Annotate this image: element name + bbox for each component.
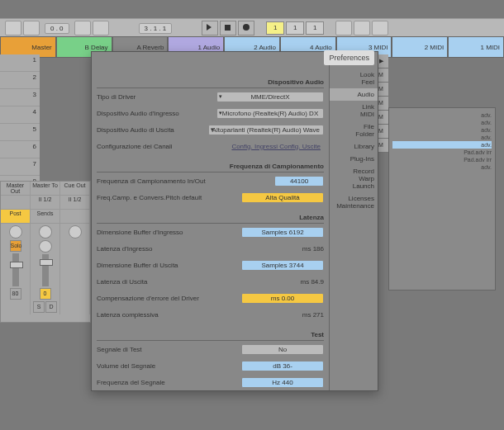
prefs-label: Segnale di Test: [97, 346, 142, 353]
prefs-tab[interactable]: RecordWarpLaunch: [330, 165, 378, 192]
prefs-value[interactable]: No: [241, 344, 324, 355]
stop-button[interactable]: [220, 21, 236, 35]
prefs-row: MME/DirectXTipo di Driver: [97, 88, 324, 105]
prefs-label: Frequenza del Segnale: [97, 379, 165, 386]
play-button[interactable]: [202, 21, 218, 35]
prefs-label: Dispositivo Audio d'Ingresso: [97, 110, 179, 117]
browser-item[interactable]: Pad.adv irr: [392, 156, 492, 163]
section-header: Test: [97, 329, 324, 341]
master-meter-value: 80: [10, 288, 21, 300]
solo-cue-button[interactable]: S: [33, 301, 45, 313]
prefs-value: 84.9 ms: [301, 278, 324, 286]
mixer-cell[interactable]: II 1/2: [60, 196, 90, 209]
loop-button[interactable]: [335, 21, 352, 35]
browser-item[interactable]: adv.: [392, 141, 492, 149]
prefs-value[interactable]: Altoparlanti (Realtek(R) Audio) Wave: [208, 125, 324, 135]
mixer-cell[interactable]: II 1/2: [31, 196, 60, 209]
prefs-label: Latenza d'Ingresso: [97, 245, 152, 253]
section-header: Frequenza di Campionamento: [97, 161, 324, 172]
prefs-value[interactable]: -36 dB: [241, 361, 324, 371]
scene-number[interactable]: 2: [0, 72, 40, 89]
mixer-cell[interactable]: [1, 196, 31, 209]
prefs-value[interactable]: Config. Ingressi Config. Uscite: [228, 142, 324, 151]
bar-segment[interactable]: 1: [266, 21, 284, 35]
prefs-row: 271 msLatenza complessiva: [97, 306, 324, 323]
scene-number[interactable]: 5: [0, 124, 40, 141]
browser-item[interactable]: adv.: [392, 134, 492, 141]
prefs-tab[interactable]: LicensesMaintenance: [330, 192, 378, 212]
master-fader[interactable]: [12, 253, 19, 286]
section-header: Latenza: [97, 212, 324, 224]
prefs-tab[interactable]: Plug-Ins: [330, 153, 378, 165]
prefs-row: 0.00 msCompensazione d'errore del Driver: [97, 290, 324, 306]
tap-button[interactable]: [74, 21, 91, 35]
preferences-tabs: LookFeelAudioLinkMIDIFileFolderLibraryPl…: [329, 52, 378, 390]
mixer-cell[interactable]: Master To: [31, 182, 60, 195]
mixer-sends-row: PostSends: [1, 210, 90, 224]
prefs-label: Dispositivo Audio di Uscita: [97, 126, 174, 134]
prefs-label: Latenza di Uscita: [97, 278, 147, 286]
prefs-value[interactable]: MME/DirectX: [216, 92, 324, 102]
browser-item[interactable]: adv.: [392, 119, 492, 126]
mixer-cell[interactable]: Cue Out: [60, 182, 90, 195]
cue-volume-knob[interactable]: [9, 225, 22, 239]
browser-item[interactable]: Pad.adv irr: [392, 149, 492, 156]
browser-panel: adv.adv.adv.adv.adv.Pad.adv irrPad.adv i…: [388, 107, 496, 291]
prefs-tab[interactable]: Audio: [330, 88, 378, 101]
mixer-cell[interactable]: Post: [1, 210, 31, 223]
scene-number[interactable]: 7: [0, 158, 40, 176]
pan-knob[interactable]: [69, 225, 82, 239]
return-fader[interactable]: [42, 254, 49, 286]
prefs-label: Configurazione dei Canali: [97, 143, 173, 150]
prefs-row: 186 msLatenza d'Ingresso: [97, 240, 324, 257]
prefs-row: 84.9 msLatenza di Uscita: [97, 273, 324, 290]
scene-number[interactable]: 3: [0, 89, 40, 106]
prefs-value[interactable]: 6192 Samples: [241, 227, 324, 238]
bar-segment[interactable]: 1: [306, 21, 324, 35]
browser-item[interactable]: adv.: [392, 111, 492, 119]
browser-item[interactable]: adv.: [392, 126, 492, 134]
scene-number[interactable]: 6: [0, 141, 40, 158]
tempo-display[interactable]: 0 . 0: [45, 23, 69, 34]
prefs-tab[interactable]: FileFolder: [330, 120, 378, 140]
track-header[interactable]: 2 MIDI: [392, 36, 448, 58]
prefs-tab[interactable]: LookFeel: [330, 69, 378, 88]
scene-number[interactable]: 4: [0, 106, 40, 124]
bar-segment[interactable]: 1: [286, 21, 304, 35]
prefs-value[interactable]: 44100: [274, 176, 324, 187]
track-activator-button[interactable]: 0: [40, 288, 51, 300]
nudge-up-button[interactable]: [23, 21, 40, 35]
loop-controls: [335, 21, 388, 35]
metronome-button[interactable]: [93, 21, 109, 35]
mixer-track-column: [60, 224, 90, 314]
scene-number[interactable]: 1: [0, 54, 40, 72]
scene-numbers: 12345678: [0, 54, 40, 193]
record-button[interactable]: [238, 21, 254, 35]
mixer-cell[interactable]: Sends: [31, 210, 60, 223]
prefs-value[interactable]: 440 Hz: [241, 377, 324, 388]
mixer-body: Solo 80 0 S D: [1, 224, 90, 314]
position-display[interactable]: 3 . 1 . 1: [139, 23, 173, 34]
nudge-down-button[interactable]: [5, 21, 21, 35]
send-knob-b[interactable]: [39, 240, 52, 253]
browser-item[interactable]: adv.: [392, 163, 492, 171]
send-knob-a[interactable]: [39, 225, 52, 239]
prefs-value[interactable]: Alta Qualità: [241, 192, 324, 203]
bar-display[interactable]: 111: [266, 21, 324, 35]
prefs-value[interactable]: 3744 Samples: [241, 260, 324, 271]
prefs-row: Config. Ingressi Config. UsciteConfigura…: [97, 138, 324, 154]
punch-out-button[interactable]: [372, 21, 388, 35]
prefs-value[interactable]: 0.00 ms: [241, 293, 324, 304]
prefs-value[interactable]: Microfono (Realtek(R) Audio) DX: [216, 108, 324, 119]
mixer-section: Master OutMaster ToCue Out II 1/2II 1/2 …: [0, 181, 91, 323]
mixer-io-row: II 1/2II 1/2: [1, 196, 90, 210]
prefs-tab[interactable]: LinkMIDI: [330, 101, 378, 120]
solo-button[interactable]: Solo: [10, 240, 21, 252]
arm-button[interactable]: D: [45, 301, 57, 313]
mixer-cell[interactable]: [60, 210, 90, 223]
preferences-content: Dispositivo AudioMME/DirectXTipo di Driv…: [92, 52, 329, 390]
prefs-tab[interactable]: Library: [330, 140, 378, 153]
mixer-cell[interactable]: Master Out: [1, 182, 31, 195]
punch-in-button[interactable]: [354, 21, 370, 35]
track-header[interactable]: 1 MIDI: [448, 36, 504, 58]
